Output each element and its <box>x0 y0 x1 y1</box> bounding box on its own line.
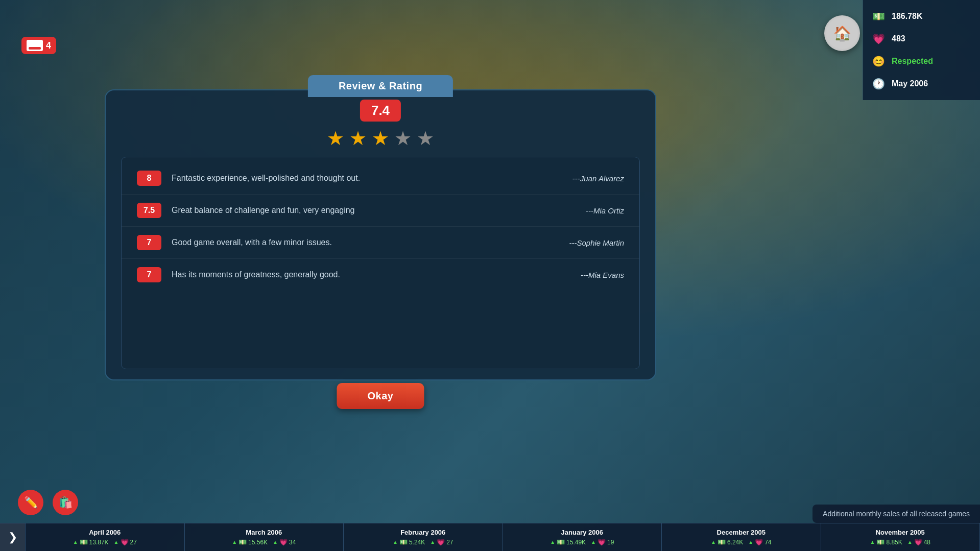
star-3: ★ <box>372 127 389 150</box>
hearts-arrow-1: ▲ <box>273 539 278 545</box>
money-stat-row: 💵 186.78K <box>863 5 980 28</box>
timeline-month-name-2: February 2006 <box>400 529 445 536</box>
money-value: 186.78K <box>892 12 923 21</box>
timeline-month-name-5: November 2005 <box>876 529 925 536</box>
sales-money-icon-2: 💵 <box>399 538 408 546</box>
review-text-3: Has its moments of greatness, generally … <box>172 270 570 279</box>
sales-value-0: 13.87K <box>89 539 109 546</box>
review-row: 7.5Great balance of challenge and fun, v… <box>122 195 639 227</box>
hearts-arrow-3: ▲ <box>591 539 596 545</box>
timeline-sales-1: ▲ 💵 15.56K <box>232 538 268 546</box>
timeline-stats-4: ▲ 💵 6.24K ▲ 💗 74 <box>711 538 772 546</box>
review-modal: Review & Rating 7.4 ★ ★ ★ ★ ★ 8Fantastic… <box>105 89 656 380</box>
badge-count: 4 <box>46 40 51 51</box>
review-row: 7Good game overall, with a few minor iss… <box>122 227 639 259</box>
timeline-sales-2: ▲ 💵 5.24K <box>393 538 425 546</box>
bottom-info-bar: Additional monthly sales of all released… <box>812 505 980 523</box>
sales-money-icon-3: 💵 <box>557 538 565 546</box>
hearts-icon-4: 💗 <box>755 538 763 546</box>
hearts-icon-2: 💗 <box>437 538 445 546</box>
timeline-hearts-5: ▲ 💗 48 <box>907 538 930 546</box>
review-score-3: 7 <box>137 267 161 282</box>
bag-icon[interactable]: 🛍️ <box>53 490 78 515</box>
sales-arrow-0: ▲ <box>73 539 78 545</box>
bottom-left-icons: ✏️ 🛍️ <box>18 490 78 515</box>
review-author-2: ---Sophie Martin <box>569 238 624 247</box>
sales-value-2: 5.24K <box>409 539 425 546</box>
timeline-sales-5: ▲ 💵 8.85K <box>870 538 902 546</box>
timeline-stats-2: ▲ 💵 5.24K ▲ 💗 27 <box>393 538 453 546</box>
sales-money-icon-1: 💵 <box>238 538 247 546</box>
status-icon: 😊 <box>871 54 886 68</box>
review-row: 8Fantastic experience, well-polished and… <box>122 162 639 195</box>
timeline-month-4: December 2005 ▲ 💵 6.24K ▲ 💗 74 <box>662 523 821 551</box>
hearts-value-1: 34 <box>289 539 296 546</box>
hearts-arrow-0: ▲ <box>114 539 119 545</box>
sales-arrow-2: ▲ <box>393 539 398 545</box>
sales-arrow-4: ▲ <box>711 539 716 545</box>
hearts-value-2: 27 <box>446 539 453 546</box>
timeline-stats-1: ▲ 💵 15.56K ▲ 💗 34 <box>232 538 296 546</box>
okay-button[interactable]: Okay <box>337 383 424 409</box>
sales-value-4: 6.24K <box>727 539 743 546</box>
timeline-month-0: April 2006 ▲ 💵 13.87K ▲ 💗 27 <box>26 523 185 551</box>
reviews-container: 8Fantastic experience, well-polished and… <box>121 157 640 369</box>
hearts-icon-0: 💗 <box>121 538 129 546</box>
home-button[interactable]: 🏠 <box>824 15 860 51</box>
timeline-sales-0: ▲ 💵 13.87K <box>73 538 109 546</box>
timeline-sales-4: ▲ 💵 6.24K <box>711 538 743 546</box>
timeline-stats-0: ▲ 💵 13.87K ▲ 💗 27 <box>73 538 137 546</box>
star-1: ★ <box>327 127 344 150</box>
timeline-stats-3: ▲ 💵 15.49K ▲ 💗 19 <box>550 538 614 546</box>
timeline-prev-button[interactable]: ❯ <box>0 523 26 551</box>
sales-money-icon-5: 💵 <box>876 538 885 546</box>
review-text-2: Good game overall, with a few minor issu… <box>172 238 559 247</box>
timeline-hearts-0: ▲ 💗 27 <box>114 538 137 546</box>
review-author-3: ---Mia Evans <box>581 271 624 279</box>
rating-badge: 7.4 <box>360 100 401 122</box>
timeline-month-name-0: April 2006 <box>89 529 121 536</box>
timeline-bar: ❯ April 2006 ▲ 💵 13.87K ▲ 💗 27 March 200… <box>0 523 980 551</box>
timeline-hearts-1: ▲ 💗 34 <box>273 538 296 546</box>
timeline-month-1: March 2006 ▲ 💵 15.56K ▲ 💗 34 <box>185 523 344 551</box>
timeline-month-name-1: March 2006 <box>246 529 282 536</box>
notification-badge[interactable]: 4 <box>21 37 56 54</box>
hearts-arrow-2: ▲ <box>430 539 435 545</box>
status-stat-row: 😊 Respected <box>863 50 980 73</box>
sales-money-icon-0: 💵 <box>80 538 88 546</box>
hearts-stat-row: 💗 483 <box>863 28 980 50</box>
sales-arrow-1: ▲ <box>232 539 237 545</box>
modal-title: Review & Rating <box>308 75 453 97</box>
sales-arrow-3: ▲ <box>550 539 555 545</box>
hearts-icon-5: 💗 <box>914 538 922 546</box>
badge-icon <box>27 40 43 51</box>
review-text-1: Great balance of challenge and fun, very… <box>172 206 576 215</box>
hearts-value: 483 <box>892 34 905 43</box>
timeline-hearts-4: ▲ 💗 74 <box>748 538 771 546</box>
star-2: ★ <box>349 127 367 150</box>
status-value: Respected <box>892 57 933 66</box>
review-text-0: Fantastic experience, well-polished and … <box>172 174 562 183</box>
hearts-icon-3: 💗 <box>597 538 606 546</box>
star-5: ★ <box>417 127 434 150</box>
date-stat-row: 🕐 May 2006 <box>863 73 980 95</box>
timeline-month-name-3: January 2006 <box>561 529 603 536</box>
sales-arrow-5: ▲ <box>870 539 875 545</box>
edit-icon[interactable]: ✏️ <box>18 490 43 515</box>
heart-icon: 💗 <box>871 32 886 46</box>
timeline-hearts-2: ▲ 💗 27 <box>430 538 453 546</box>
timeline-month-3: January 2006 ▲ 💵 15.49K ▲ 💗 19 <box>503 523 662 551</box>
hearts-arrow-4: ▲ <box>748 539 753 545</box>
date-value: May 2006 <box>892 79 928 88</box>
timeline-stats-5: ▲ 💵 8.85K ▲ 💗 48 <box>870 538 930 546</box>
hearts-value-4: 74 <box>764 539 771 546</box>
star-4: ★ <box>394 127 412 150</box>
sales-value-1: 15.56K <box>248 539 268 546</box>
sales-money-icon-4: 💵 <box>718 538 726 546</box>
date-icon: 🕐 <box>871 77 886 91</box>
timeline-month-2: February 2006 ▲ 💵 5.24K ▲ 💗 27 <box>344 523 503 551</box>
stars-row: ★ ★ ★ ★ ★ <box>327 127 434 150</box>
hearts-arrow-5: ▲ <box>907 539 913 545</box>
hearts-value-3: 19 <box>607 539 614 546</box>
hearts-value-0: 27 <box>130 539 137 546</box>
